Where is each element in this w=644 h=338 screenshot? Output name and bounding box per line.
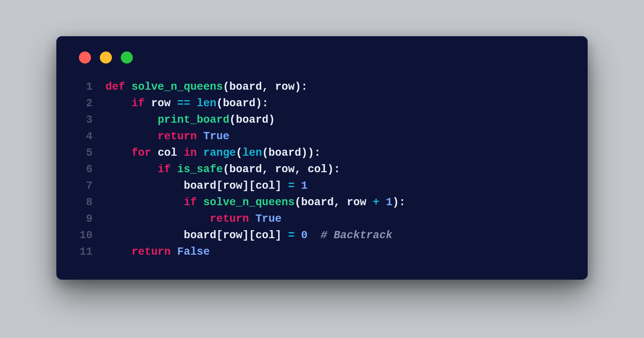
zoom-icon[interactable] bbox=[121, 52, 133, 64]
line-content: if solve_n_queens(board, row + 1): bbox=[105, 194, 568, 211]
line-number: 9 bbox=[76, 211, 105, 227]
token-punc bbox=[105, 180, 184, 192]
token-id: col bbox=[308, 163, 327, 175]
token-punc: [ bbox=[216, 229, 223, 241]
token-id: board bbox=[184, 180, 216, 192]
code-line: 7 board[row][col] = 1 bbox=[76, 178, 568, 194]
code-line: 5 for col in range(len(board)): bbox=[76, 145, 568, 161]
token-op: = bbox=[288, 229, 301, 241]
token-punc: ( bbox=[236, 147, 242, 159]
token-fn: solve_n_queens bbox=[203, 196, 295, 208]
token-punc: , bbox=[262, 163, 275, 175]
token-punc: , bbox=[262, 81, 275, 93]
token-punc: ( bbox=[223, 163, 229, 175]
token-id: row bbox=[223, 180, 243, 192]
token-punc: ): bbox=[327, 163, 340, 175]
close-icon[interactable] bbox=[79, 52, 91, 64]
token-punc bbox=[105, 196, 184, 208]
line-content: board[row][col] = 0 # Backtrack bbox=[105, 227, 568, 244]
token-builtin: len bbox=[197, 97, 217, 109]
token-id: row bbox=[347, 196, 373, 208]
code-line: 2 if row == len(board): bbox=[76, 95, 568, 112]
token-id: board bbox=[229, 163, 262, 175]
token-id: row bbox=[275, 163, 295, 175]
token-kw: def bbox=[105, 81, 132, 93]
token-punc bbox=[105, 229, 184, 241]
token-punc: [ bbox=[216, 180, 223, 192]
line-number: 5 bbox=[76, 145, 105, 161]
line-content: board[row][col] = 1 bbox=[105, 178, 568, 194]
code-line: 3 print_board(board) bbox=[76, 112, 568, 128]
token-builtin: range bbox=[203, 147, 236, 159]
line-content: return True bbox=[105, 211, 568, 227]
token-id: board bbox=[268, 147, 301, 159]
code-window: 1def solve_n_queens(board, row):2 if row… bbox=[56, 36, 588, 280]
token-kw: return bbox=[132, 246, 177, 258]
token-punc: ] bbox=[275, 180, 288, 192]
code-line: 8 if solve_n_queens(board, row + 1): bbox=[76, 194, 568, 211]
token-punc: ( bbox=[216, 97, 223, 109]
line-content: print_board(board) bbox=[105, 112, 568, 128]
token-kw: in bbox=[184, 147, 203, 159]
token-fn: print_board bbox=[158, 114, 229, 126]
token-punc: ): bbox=[256, 97, 268, 109]
traffic-lights bbox=[79, 52, 568, 64]
minimize-icon[interactable] bbox=[100, 52, 112, 64]
line-number: 2 bbox=[76, 95, 105, 112]
line-content: return False bbox=[105, 244, 568, 260]
token-id: col bbox=[158, 147, 184, 159]
token-id: board bbox=[223, 97, 256, 109]
line-content: if row == len(board): bbox=[105, 95, 568, 112]
token-punc: ) bbox=[268, 114, 275, 126]
code-line: 1def solve_n_queens(board, row): bbox=[76, 79, 568, 95]
token-kw: if bbox=[132, 97, 151, 109]
token-fn: solve_n_queens bbox=[132, 81, 223, 93]
token-punc bbox=[308, 229, 320, 241]
token-num: 1 bbox=[386, 196, 392, 208]
line-number: 3 bbox=[76, 112, 105, 128]
token-kw: if bbox=[158, 163, 178, 175]
token-kw: return bbox=[158, 130, 203, 142]
token-punc: ][ bbox=[242, 229, 255, 241]
token-num: 0 bbox=[301, 229, 308, 241]
code-line: 4 return True bbox=[76, 128, 568, 145]
token-punc bbox=[105, 147, 132, 159]
token-id: board bbox=[184, 229, 216, 241]
token-bool: True bbox=[203, 130, 229, 142]
token-punc bbox=[105, 213, 210, 225]
token-punc bbox=[105, 130, 158, 142]
line-number: 10 bbox=[76, 227, 105, 244]
token-op: == bbox=[177, 97, 197, 109]
token-builtin: len bbox=[242, 147, 262, 159]
line-content: def solve_n_queens(board, row): bbox=[105, 79, 568, 95]
token-id: board bbox=[236, 114, 268, 126]
token-punc: ): bbox=[295, 81, 308, 93]
line-number: 11 bbox=[76, 244, 105, 260]
code-block: 1def solve_n_queens(board, row):2 if row… bbox=[76, 79, 568, 260]
token-punc: , bbox=[295, 163, 308, 175]
token-punc: ( bbox=[295, 196, 301, 208]
line-number: 6 bbox=[76, 161, 105, 178]
token-punc: ] bbox=[275, 229, 288, 241]
token-id: row bbox=[275, 81, 295, 93]
token-punc: , bbox=[334, 196, 347, 208]
token-punc: ( bbox=[229, 114, 236, 126]
token-id: col bbox=[256, 180, 275, 192]
code-line: 10 board[row][col] = 0 # Backtrack bbox=[76, 227, 568, 244]
token-num: 1 bbox=[301, 180, 308, 192]
line-content: for col in range(len(board)): bbox=[105, 145, 568, 161]
token-id: row bbox=[151, 97, 177, 109]
token-id: row bbox=[223, 229, 243, 241]
token-punc: ][ bbox=[242, 180, 255, 192]
line-content: return True bbox=[105, 128, 568, 145]
token-punc: ( bbox=[223, 81, 229, 93]
token-id: board bbox=[301, 196, 334, 208]
token-id: board bbox=[229, 81, 262, 93]
token-fn: is_safe bbox=[177, 163, 223, 175]
token-punc bbox=[105, 97, 132, 109]
line-number: 7 bbox=[76, 178, 105, 194]
token-kw: if bbox=[184, 196, 203, 208]
code-line: 6 if is_safe(board, row, col): bbox=[76, 161, 568, 178]
token-punc: ): bbox=[392, 196, 405, 208]
line-content: if is_safe(board, row, col): bbox=[105, 161, 568, 178]
